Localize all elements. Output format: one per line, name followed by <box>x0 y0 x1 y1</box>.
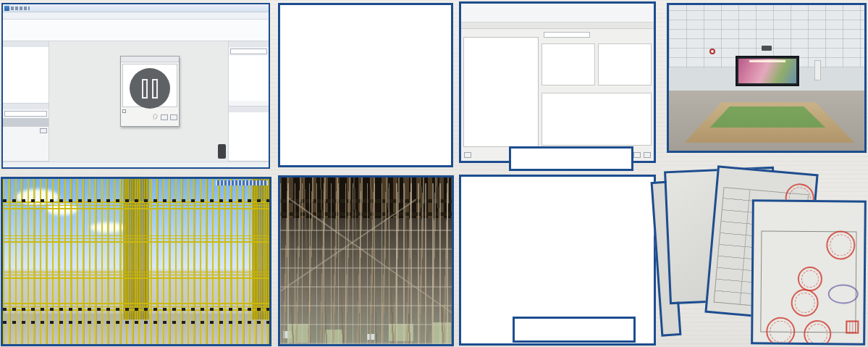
purple-stamp-icon <box>828 284 859 304</box>
properties-header <box>3 104 49 109</box>
video-pause-overlay[interactable] <box>130 68 170 109</box>
floor-dialog-footer <box>121 109 179 121</box>
select-all-checkbox[interactable] <box>122 109 177 113</box>
section-table-block <box>542 39 595 85</box>
red-stamp-icon <box>804 320 831 346</box>
collage-canvas <box>0 0 868 347</box>
material-right-pane <box>542 31 652 149</box>
doc2-lines <box>724 174 811 181</box>
formwork-svg <box>280 5 451 165</box>
component-type-value <box>544 32 590 38</box>
document-card-3[interactable] <box>751 199 867 345</box>
stamp-ring <box>801 270 819 288</box>
display-tree[interactable] <box>229 56 269 101</box>
bim-window-panel <box>1 3 270 169</box>
rendering-image <box>738 59 796 83</box>
horizontal-bar-band <box>3 235 269 243</box>
properties-panel <box>3 104 49 162</box>
solver-caption-label <box>513 317 636 343</box>
ok-button[interactable] <box>633 152 641 158</box>
view-type-combo[interactable] <box>4 111 47 117</box>
cancel-button[interactable] <box>644 152 651 158</box>
component-list-panel <box>229 106 269 162</box>
bim-statusbar <box>3 162 269 167</box>
floor-dialog-buttons <box>122 114 177 120</box>
red-stamp-icon <box>791 289 818 317</box>
section-table <box>542 43 595 85</box>
clamp-dashes <box>3 199 269 202</box>
material-left-pane <box>463 31 539 149</box>
red-stamp-icon <box>766 317 795 346</box>
projector <box>762 46 772 51</box>
calc-doc-columns <box>465 181 650 339</box>
horizontal-pipes-layer <box>280 220 452 344</box>
stamp-ring <box>807 324 827 344</box>
bim-tab-bar[interactable] <box>3 12 269 20</box>
watermark-strip <box>216 180 268 185</box>
stamp-ring <box>830 234 852 256</box>
display-settings-panel <box>229 41 269 106</box>
red-seal-icon <box>846 320 859 333</box>
horizontal-bar-band <box>3 272 269 279</box>
material-table-block <box>598 39 652 85</box>
presentation-screen <box>736 56 799 86</box>
stamp-ring <box>770 321 791 343</box>
props-apply-row <box>3 127 49 135</box>
screen-title-bar <box>749 60 785 62</box>
bim-canvas[interactable] <box>49 41 228 162</box>
apply-button[interactable] <box>40 128 47 133</box>
component-list-header <box>229 106 269 112</box>
component-type-row <box>542 31 652 38</box>
table-column-line <box>739 190 750 304</box>
app-icon <box>4 6 9 11</box>
view-tree[interactable] <box>3 47 49 104</box>
doc3-lines <box>759 207 859 208</box>
material-dialog-titlebar <box>461 22 654 29</box>
wall-clock <box>709 49 715 54</box>
clamp-dashes <box>3 321 269 324</box>
scaffolding-photo <box>278 175 454 346</box>
red-stamp-icon <box>798 267 822 291</box>
material-toolbar <box>461 4 654 22</box>
material-tabs[interactable] <box>463 31 539 37</box>
stamp-ring <box>794 293 814 313</box>
floor-dialog-titlebar <box>121 57 179 62</box>
scaffold-model-panel <box>1 177 271 346</box>
view-manager-panel <box>3 41 49 104</box>
clamp-dashes <box>3 308 269 311</box>
material-tree[interactable] <box>463 37 539 147</box>
formwork-render-panel <box>278 3 453 167</box>
pause-bar-icon <box>142 79 148 99</box>
pause-bar-icon <box>152 79 158 99</box>
dialog-cancel-button[interactable] <box>170 114 177 120</box>
canvas-nav-widget[interactable] <box>218 144 226 159</box>
bim-titlebar <box>3 4 269 12</box>
material-dialog-panel <box>459 1 656 163</box>
parameter-tables <box>542 39 652 85</box>
display-settings-header <box>229 41 269 47</box>
quick-access-toolbar[interactable] <box>11 7 30 10</box>
mouse-cursor-icon <box>154 114 157 120</box>
meeting-room-photo <box>667 3 867 153</box>
air-conditioner <box>814 60 821 80</box>
size-table <box>542 93 652 146</box>
bim-left-column <box>3 41 49 162</box>
floor-select-dialog <box>120 56 180 127</box>
checkbox-icon <box>122 109 126 113</box>
restore-default-button[interactable] <box>464 152 471 158</box>
horizontal-bar-band <box>3 201 269 209</box>
material-table <box>598 43 652 85</box>
display-mode-combo[interactable] <box>230 49 267 54</box>
material-dialog-body <box>461 29 654 151</box>
view-manager-header <box>3 41 49 47</box>
bim-right-column <box>228 41 269 162</box>
bim-body <box>3 41 269 162</box>
material-caption-label <box>509 146 633 171</box>
dialog-ok-button[interactable] <box>161 114 168 120</box>
bim-ribbon <box>3 20 269 41</box>
component-tree[interactable] <box>229 112 269 160</box>
size-table-title <box>542 87 652 91</box>
